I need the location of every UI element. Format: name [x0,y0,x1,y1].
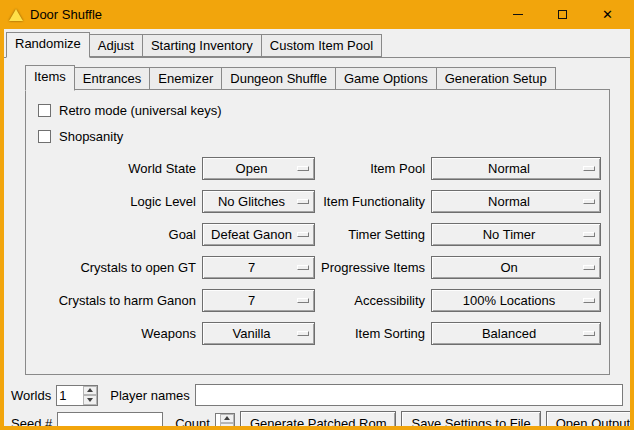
dropdown-indicator-icon [297,199,309,204]
bottom-controls: Worlds Player names Seed # Count [4,384,630,426]
weapons-value: Vanilla [232,326,270,341]
close-icon: ✕ [602,8,613,21]
crystals-harm-ganon-dropdown[interactable]: 7 [202,289,315,312]
item-sorting-label: Item Sorting [321,326,425,341]
count-step-up-button[interactable] [220,414,234,424]
inner-tab-bar: Items Entrances Enemizer Dungeon Shuffle… [25,65,630,90]
timer-setting-dropdown[interactable]: No Timer [431,223,601,246]
app-icon [9,9,23,21]
crystals-harm-ganon-value: 7 [248,293,255,308]
worlds-stepper-arrows [83,386,97,405]
progressive-items-dropdown[interactable]: On [431,256,601,279]
tab-custom-item-pool[interactable]: Custom Item Pool [261,34,382,57]
tab-game-options[interactable]: Game Options [335,67,437,90]
progressive-items-value: On [500,260,517,275]
worlds-input[interactable] [57,386,83,405]
worlds-row: Worlds Player names [11,384,623,406]
dropdown-indicator-icon [583,199,595,204]
dropdown-indicator-icon [297,298,309,303]
items-pane: Retro mode (universal keys) Shopsanity W… [25,89,610,375]
tab-adjust[interactable]: Adjust [89,34,143,57]
window: Door Shuffle ✕ Randomize Adjust Starting… [0,0,634,430]
arrow-down-icon [87,398,93,402]
item-sorting-dropdown[interactable]: Balanced [431,322,601,345]
minimize-icon [513,14,523,15]
item-pool-value: Normal [488,161,530,176]
count-label: Count [175,416,210,427]
weapons-label: Weapons [36,326,196,341]
options-grid: World State Open Item Pool Normal Logic … [36,157,601,345]
shopsanity-checkbox[interactable] [38,130,51,143]
retro-mode-checkbox-row[interactable]: Retro mode (universal keys) [38,103,601,118]
tab-entrances[interactable]: Entrances [74,67,151,90]
weapons-dropdown[interactable]: Vanilla [202,322,315,345]
shopsanity-checkbox-row[interactable]: Shopsanity [38,129,601,144]
outer-tab-bar: Randomize Adjust Starting Inventory Cust… [4,29,630,57]
randomize-pane: Items Entrances Enemizer Dungeon Shuffle… [4,57,630,426]
progressive-items-label: Progressive Items [321,260,425,275]
worlds-step-up-button[interactable] [83,386,97,396]
open-output-directory-button[interactable]: Open Output Directory [546,411,630,426]
save-settings-button[interactable]: Save Settings to File [401,411,540,426]
minimize-button[interactable] [495,0,540,29]
dropdown-indicator-icon [583,232,595,237]
count-stepper[interactable] [215,413,235,427]
maximize-button[interactable] [540,0,585,29]
worlds-step-down-button[interactable] [83,395,97,405]
dropdown-indicator-icon [297,265,309,270]
seed-label: Seed # [11,416,52,427]
shopsanity-label: Shopsanity [59,129,123,144]
window-content: Randomize Adjust Starting Inventory Cust… [4,29,630,426]
logic-level-dropdown[interactable]: No Glitches [202,190,315,213]
tab-starting-inventory[interactable]: Starting Inventory [142,34,262,57]
logic-level-label: Logic Level [36,194,196,209]
item-functionality-label: Item Functionality [321,194,425,209]
arrow-up-icon [87,388,93,392]
generate-patched-rom-button[interactable]: Generate Patched Rom [240,411,397,426]
titlebar: Door Shuffle ✕ [4,0,630,29]
maximize-icon [558,10,567,19]
retro-mode-label: Retro mode (universal keys) [59,103,222,118]
tab-items[interactable]: Items [25,65,75,91]
crystals-open-gt-dropdown[interactable]: 7 [202,256,315,279]
world-state-value: Open [236,161,268,176]
accessibility-label: Accessibility [321,293,425,308]
tab-generation-setup[interactable]: Generation Setup [436,67,556,90]
world-state-label: World State [36,161,196,176]
item-pool-dropdown[interactable]: Normal [431,157,601,180]
seed-row: Seed # Count Generate Patched Rom Save S… [11,411,623,426]
dropdown-indicator-icon [583,298,595,303]
count-step-down-button[interactable] [220,423,234,426]
arrow-up-icon [224,416,230,420]
count-stepper-arrows [220,414,234,427]
dropdown-indicator-icon [583,265,595,270]
worlds-label: Worlds [11,388,51,403]
item-pool-label: Item Pool [321,161,425,176]
timer-setting-label: Timer Setting [321,227,425,242]
goal-value: Defeat Ganon [211,227,292,242]
dropdown-indicator-icon [583,331,595,336]
dropdown-indicator-icon [297,166,309,171]
close-button[interactable]: ✕ [585,0,630,29]
window-controls: ✕ [495,0,630,29]
retro-mode-checkbox[interactable] [38,104,51,117]
world-state-dropdown[interactable]: Open [202,157,315,180]
crystals-open-gt-value: 7 [248,260,255,275]
accessibility-value: 100% Locations [463,293,556,308]
tab-randomize[interactable]: Randomize [6,32,90,58]
timer-setting-value: No Timer [483,227,536,242]
player-names-input[interactable] [195,384,623,406]
item-functionality-value: Normal [488,194,530,209]
item-sorting-value: Balanced [482,326,536,341]
dropdown-indicator-icon [297,232,309,237]
item-functionality-dropdown[interactable]: Normal [431,190,601,213]
dropdown-indicator-icon [583,166,595,171]
goal-dropdown[interactable]: Defeat Ganon [202,223,315,246]
crystals-open-gt-label: Crystals to open GT [36,260,196,275]
worlds-stepper[interactable] [56,385,98,406]
tab-dungeon-shuffle[interactable]: Dungeon Shuffle [221,67,336,90]
seed-input[interactable] [57,412,163,426]
tab-enemizer[interactable]: Enemizer [149,67,222,90]
logic-level-value: No Glitches [218,194,285,209]
accessibility-dropdown[interactable]: 100% Locations [431,289,601,312]
